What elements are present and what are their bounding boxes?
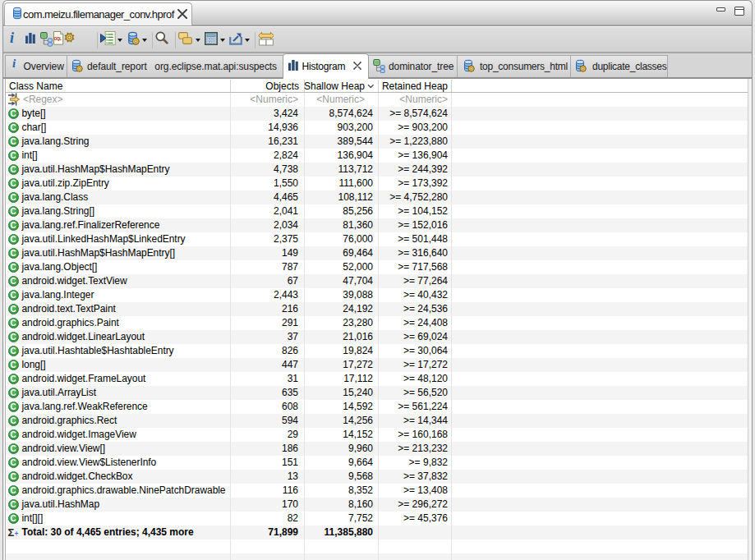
svg-text:OQL: OQL (54, 37, 62, 41)
